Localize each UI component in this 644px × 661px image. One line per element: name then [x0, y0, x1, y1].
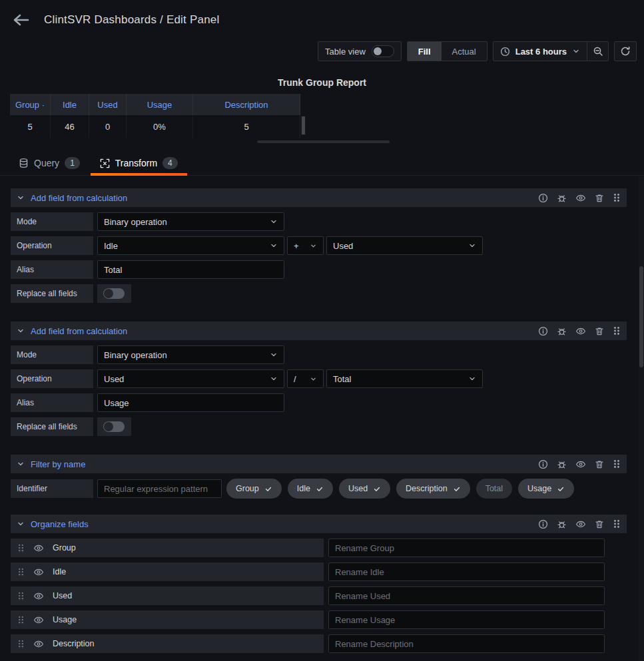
mode-select[interactable]: Binary operation	[97, 345, 284, 364]
column-header-used[interactable]: Used	[89, 94, 127, 115]
back-arrow-icon[interactable]	[12, 12, 31, 28]
drag-handle-icon[interactable]	[17, 591, 25, 600]
trash-icon[interactable]	[595, 459, 604, 469]
collapse-chevron-icon[interactable]	[17, 460, 25, 468]
eye-icon[interactable]	[575, 519, 586, 529]
panel-horizontal-scrollbar[interactable]	[257, 140, 390, 143]
page-scrollbar-thumb[interactable]	[639, 266, 643, 367]
cell-group: 5	[10, 115, 51, 138]
left-operand-select[interactable]: Idle	[97, 236, 284, 255]
pill-idle[interactable]: Idle	[288, 479, 333, 499]
collapse-chevron-icon[interactable]	[17, 194, 25, 202]
column-header-usage[interactable]: Usage	[127, 94, 193, 115]
trash-icon[interactable]	[595, 326, 604, 336]
fill-button[interactable]: Fill	[408, 42, 442, 61]
preview-table: Group · Idle Used Usage Description 5 46…	[10, 94, 300, 138]
bug-icon[interactable]	[557, 193, 567, 203]
drag-handle-icon[interactable]	[17, 615, 25, 624]
column-header-description[interactable]: Description	[193, 94, 300, 115]
cell-used: 0	[89, 115, 127, 138]
pill-total[interactable]: Total	[476, 479, 512, 499]
eye-icon[interactable]	[575, 193, 586, 203]
refresh-button[interactable]	[614, 41, 637, 61]
drag-handle-icon[interactable]	[613, 326, 621, 335]
eye-icon[interactable]	[33, 567, 44, 577]
table-view-toggle[interactable]	[372, 45, 394, 57]
right-operand-select[interactable]: Used	[326, 236, 483, 255]
pill-group[interactable]: Group	[226, 479, 282, 499]
check-icon	[264, 485, 272, 493]
mode-select[interactable]: Binary operation	[97, 212, 284, 231]
replace-all-fields-toggle[interactable]	[103, 288, 125, 299]
alias-input[interactable]	[97, 393, 284, 412]
drag-handle-icon[interactable]	[613, 193, 621, 202]
operation-label: Operation	[11, 236, 93, 255]
collapse-chevron-icon[interactable]	[17, 327, 25, 335]
operator-select[interactable]: /	[287, 369, 324, 388]
eye-icon[interactable]	[33, 639, 44, 649]
section-header: Organize fields	[11, 515, 627, 533]
drag-handle-icon[interactable]	[17, 543, 25, 552]
table-view-label: Table view	[325, 47, 366, 57]
page-scrollbar	[639, 176, 644, 661]
actual-button[interactable]: Actual	[442, 42, 487, 61]
drag-handle-icon[interactable]	[17, 567, 25, 576]
trash-icon[interactable]	[595, 519, 604, 529]
transform-add-field-1: Add field from calculation Mode Binary o…	[11, 188, 627, 303]
section-header: Add field from calculation	[11, 188, 627, 207]
section-title: Filter by name	[31, 459, 538, 469]
column-header-idle[interactable]: Idle	[51, 94, 89, 115]
info-icon[interactable]	[538, 519, 548, 529]
rename-input[interactable]	[328, 586, 605, 605]
pattern-input[interactable]	[97, 479, 222, 498]
app-header: ClintSVR Dashboards / Edit Panel	[0, 0, 644, 29]
eye-icon[interactable]	[33, 615, 44, 625]
eye-icon[interactable]	[575, 459, 586, 469]
alias-input[interactable]	[97, 260, 284, 279]
collapse-chevron-icon[interactable]	[17, 520, 25, 528]
drag-handle-icon[interactable]	[17, 639, 25, 648]
bug-icon[interactable]	[557, 326, 567, 336]
column-header-group[interactable]: Group ·	[10, 94, 51, 115]
time-range-button[interactable]: Last 6 hours	[493, 42, 587, 61]
cell-description: 5	[193, 115, 300, 138]
bug-icon[interactable]	[557, 519, 567, 529]
section-header: Add field from calculation	[11, 322, 627, 340]
section-title: Organize fields	[31, 519, 538, 529]
operation-label: Operation	[11, 369, 93, 388]
info-icon[interactable]	[538, 326, 548, 336]
identifier-label: Identifier	[11, 479, 93, 498]
right-operand-select[interactable]: Total	[326, 369, 483, 388]
drag-handle-icon[interactable]	[613, 459, 621, 469]
chevron-down-icon	[468, 375, 476, 383]
replace-all-fields-toggle[interactable]	[103, 421, 125, 432]
rename-input[interactable]	[328, 634, 605, 653]
rename-input[interactable]	[328, 562, 605, 581]
eye-icon[interactable]	[33, 591, 44, 601]
trash-icon[interactable]	[595, 193, 604, 203]
table-row: 5 46 0 0% 5	[10, 115, 300, 138]
info-icon[interactable]	[538, 459, 548, 469]
time-range-label: Last 6 hours	[515, 47, 567, 57]
eye-icon[interactable]	[33, 543, 44, 553]
tab-query-label: Query	[34, 158, 59, 168]
tab-transform[interactable]: Transform 4	[100, 157, 178, 175]
pill-description[interactable]: Description	[396, 479, 470, 499]
rename-input[interactable]	[328, 610, 605, 629]
check-icon	[453, 485, 461, 493]
rename-input[interactable]	[328, 539, 605, 557]
section-title: Add field from calculation	[31, 326, 538, 336]
eye-icon[interactable]	[575, 326, 586, 336]
bug-icon[interactable]	[557, 459, 567, 469]
pill-usage[interactable]: Usage	[518, 479, 574, 499]
tab-query[interactable]: Query 1	[19, 157, 80, 175]
table-vertical-scrollbar[interactable]	[301, 116, 306, 135]
display-mode-group: Fill Actual	[407, 41, 487, 61]
drag-handle-icon[interactable]	[613, 519, 621, 529]
operator-select[interactable]: +	[287, 236, 324, 255]
info-icon[interactable]	[538, 193, 548, 203]
left-operand-select[interactable]: Used	[97, 369, 284, 388]
zoom-out-icon[interactable]	[587, 42, 608, 61]
pill-used[interactable]: Used	[339, 479, 390, 499]
organize-row-idle: Idle	[11, 562, 627, 581]
